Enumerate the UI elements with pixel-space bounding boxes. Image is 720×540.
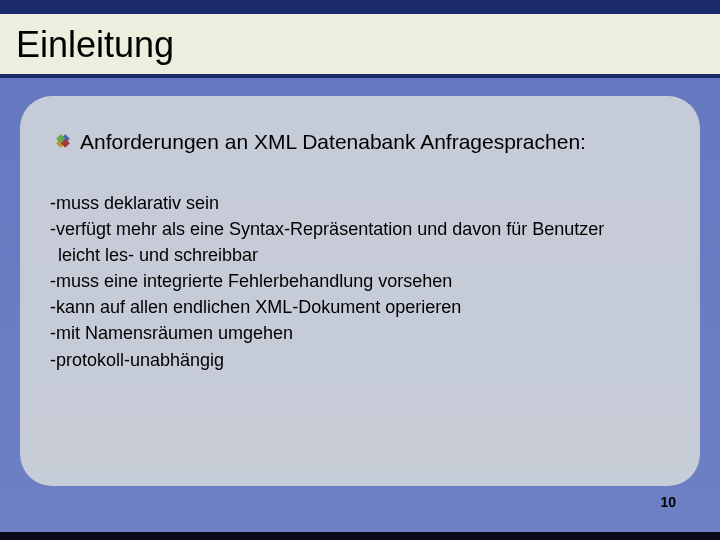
list-item: -muss deklarativ sein (50, 190, 672, 216)
top-accent-bar (0, 0, 720, 14)
slide-title: Einleitung (16, 24, 704, 66)
list-item: -verfügt mehr als eine Syntax-Repräsenta… (50, 216, 672, 242)
content-area: Anforderungen an XML Datenabank Anfrages… (0, 78, 720, 540)
list-item: -muss eine integrierte Fehlerbehandlung … (50, 268, 672, 294)
requirements-list: -muss deklarativ sein -verfügt mehr als … (50, 190, 672, 373)
bottom-accent-bar (0, 532, 720, 540)
content-panel: Anforderungen an XML Datenabank Anfrages… (20, 96, 700, 486)
page-number: 10 (660, 494, 676, 510)
intro-text: Anforderungen an XML Datenabank Anfrages… (80, 130, 586, 154)
diamond-quad-icon (56, 134, 70, 148)
list-item: -mit Namensräumen umgehen (50, 320, 672, 346)
list-item-continuation: leicht les- und schreibbar (50, 242, 672, 268)
intro-row: Anforderungen an XML Datenabank Anfrages… (56, 130, 672, 154)
list-item: -protokoll-unabhängig (50, 347, 672, 373)
title-bar: Einleitung (0, 14, 720, 78)
list-item: -kann auf allen endlichen XML-Dokument o… (50, 294, 672, 320)
